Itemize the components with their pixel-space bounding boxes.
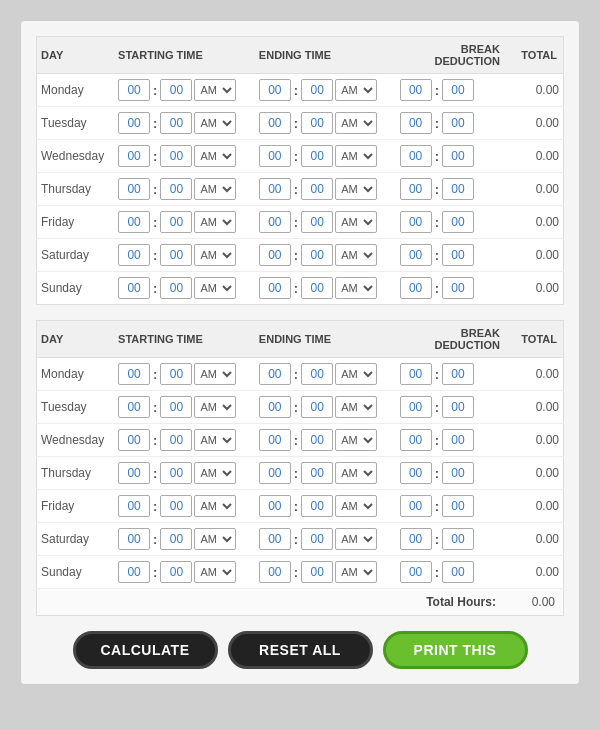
break-hour-input[interactable] xyxy=(400,561,432,583)
break-min-input[interactable] xyxy=(442,462,474,484)
break-hour-input[interactable] xyxy=(400,495,432,517)
calculate-button[interactable]: CALCULATE xyxy=(73,631,218,669)
start-ampm-select[interactable]: AMPM xyxy=(194,277,236,299)
end-ampm-select[interactable]: AMPM xyxy=(335,561,377,583)
break-hour-input[interactable] xyxy=(400,462,432,484)
end-min-input[interactable] xyxy=(301,495,333,517)
end-ampm-select[interactable]: AMPM xyxy=(335,178,377,200)
start-hour-input[interactable] xyxy=(118,528,150,550)
start-hour-input[interactable] xyxy=(118,211,150,233)
start-min-input[interactable] xyxy=(160,561,192,583)
start-ampm-select[interactable]: AMPM xyxy=(194,561,236,583)
end-ampm-select[interactable]: AMPM xyxy=(335,495,377,517)
start-ampm-select[interactable]: AMPM xyxy=(194,528,236,550)
end-ampm-select[interactable]: AMPM xyxy=(335,211,377,233)
start-min-input[interactable] xyxy=(160,462,192,484)
start-ampm-select[interactable]: AMPM xyxy=(194,145,236,167)
break-hour-input[interactable] xyxy=(400,145,432,167)
break-min-input[interactable] xyxy=(442,277,474,299)
end-ampm-select[interactable]: AMPM xyxy=(335,396,377,418)
start-hour-input[interactable] xyxy=(118,277,150,299)
reset-button[interactable]: RESET ALL xyxy=(228,631,373,669)
end-ampm-select[interactable]: AMPM xyxy=(335,112,377,134)
end-ampm-select[interactable]: AMPM xyxy=(335,244,377,266)
break-hour-input[interactable] xyxy=(400,244,432,266)
start-min-input[interactable] xyxy=(160,396,192,418)
end-min-input[interactable] xyxy=(301,561,333,583)
end-min-input[interactable] xyxy=(301,528,333,550)
start-min-input[interactable] xyxy=(160,145,192,167)
break-min-input[interactable] xyxy=(442,396,474,418)
break-hour-input[interactable] xyxy=(400,363,432,385)
break-hour-input[interactable] xyxy=(400,277,432,299)
start-hour-input[interactable] xyxy=(118,495,150,517)
start-ampm-select[interactable]: AMPM xyxy=(194,211,236,233)
break-min-input[interactable] xyxy=(442,211,474,233)
end-ampm-select[interactable]: AMPM xyxy=(335,528,377,550)
end-hour-input[interactable] xyxy=(259,462,291,484)
end-min-input[interactable] xyxy=(301,211,333,233)
start-min-input[interactable] xyxy=(160,528,192,550)
end-min-input[interactable] xyxy=(301,396,333,418)
end-min-input[interactable] xyxy=(301,244,333,266)
print-button[interactable]: PRINT THIS xyxy=(383,631,528,669)
end-ampm-select[interactable]: AMPM xyxy=(335,277,377,299)
break-min-input[interactable] xyxy=(442,244,474,266)
break-hour-input[interactable] xyxy=(400,528,432,550)
start-hour-input[interactable] xyxy=(118,561,150,583)
end-ampm-select[interactable]: AMPM xyxy=(335,462,377,484)
break-min-input[interactable] xyxy=(442,495,474,517)
end-min-input[interactable] xyxy=(301,277,333,299)
end-hour-input[interactable] xyxy=(259,277,291,299)
end-min-input[interactable] xyxy=(301,429,333,451)
break-min-input[interactable] xyxy=(442,429,474,451)
start-hour-input[interactable] xyxy=(118,363,150,385)
end-ampm-select[interactable]: AMPM xyxy=(335,363,377,385)
end-min-input[interactable] xyxy=(301,145,333,167)
start-min-input[interactable] xyxy=(160,429,192,451)
start-hour-input[interactable] xyxy=(118,79,150,101)
end-hour-input[interactable] xyxy=(259,528,291,550)
end-hour-input[interactable] xyxy=(259,244,291,266)
end-min-input[interactable] xyxy=(301,363,333,385)
break-min-input[interactable] xyxy=(442,178,474,200)
end-ampm-select[interactable]: AMPM xyxy=(335,79,377,101)
start-min-input[interactable] xyxy=(160,211,192,233)
break-min-input[interactable] xyxy=(442,561,474,583)
end-hour-input[interactable] xyxy=(259,396,291,418)
end-min-input[interactable] xyxy=(301,112,333,134)
end-hour-input[interactable] xyxy=(259,429,291,451)
end-ampm-select[interactable]: AMPM xyxy=(335,145,377,167)
break-min-input[interactable] xyxy=(442,112,474,134)
start-ampm-select[interactable]: AMPM xyxy=(194,462,236,484)
break-hour-input[interactable] xyxy=(400,429,432,451)
start-hour-input[interactable] xyxy=(118,178,150,200)
end-hour-input[interactable] xyxy=(259,561,291,583)
start-ampm-select[interactable]: AMPM xyxy=(194,79,236,101)
break-min-input[interactable] xyxy=(442,79,474,101)
break-min-input[interactable] xyxy=(442,363,474,385)
break-min-input[interactable] xyxy=(442,145,474,167)
break-min-input[interactable] xyxy=(442,528,474,550)
end-hour-input[interactable] xyxy=(259,79,291,101)
end-hour-input[interactable] xyxy=(259,495,291,517)
end-hour-input[interactable] xyxy=(259,211,291,233)
start-ampm-select[interactable]: AMPM xyxy=(194,396,236,418)
end-min-input[interactable] xyxy=(301,178,333,200)
start-min-input[interactable] xyxy=(160,244,192,266)
start-ampm-select[interactable]: AMPM xyxy=(194,429,236,451)
break-hour-input[interactable] xyxy=(400,112,432,134)
end-hour-input[interactable] xyxy=(259,178,291,200)
start-ampm-select[interactable]: AMPM xyxy=(194,112,236,134)
start-min-input[interactable] xyxy=(160,363,192,385)
start-hour-input[interactable] xyxy=(118,396,150,418)
start-hour-input[interactable] xyxy=(118,112,150,134)
start-ampm-select[interactable]: AMPM xyxy=(194,495,236,517)
break-hour-input[interactable] xyxy=(400,396,432,418)
end-ampm-select[interactable]: AMPM xyxy=(335,429,377,451)
start-min-input[interactable] xyxy=(160,112,192,134)
start-min-input[interactable] xyxy=(160,495,192,517)
break-hour-input[interactable] xyxy=(400,211,432,233)
start-hour-input[interactable] xyxy=(118,145,150,167)
break-hour-input[interactable] xyxy=(400,178,432,200)
